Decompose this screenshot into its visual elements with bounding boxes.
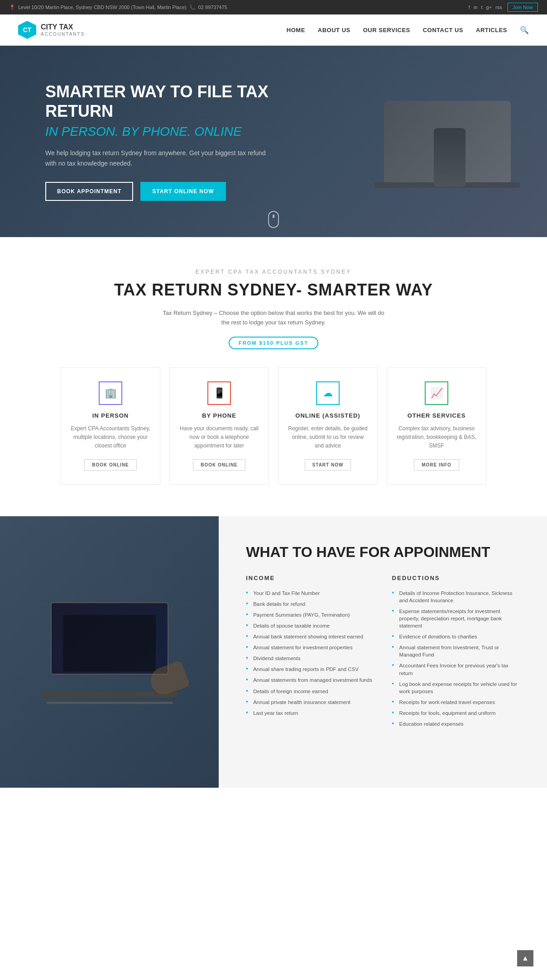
card-online-assisted: ☁ ONLINE (ASSISTED) Register, enter deta… xyxy=(278,367,378,485)
list-item: Last year tax return xyxy=(246,708,374,718)
in-person-book-button[interactable]: BOOK ONLINE xyxy=(84,459,137,471)
list-item: Details of spouse taxable income xyxy=(246,620,374,631)
hero-content: SMARTER WAY TO FILE TAX RETURN IN PERSON… xyxy=(45,82,272,201)
scroll-indicator xyxy=(268,211,279,228)
appointment-section: WHAT TO HAVE FOR APPOINMENT INCOME Your … xyxy=(0,516,547,788)
list-item: Payment Summaries (PAYG, Termination) xyxy=(246,609,374,620)
by-phone-book-button[interactable]: BOOK ONLINE xyxy=(193,459,245,471)
main-nav: HOME ABOUT US OUR SERVICES CONTACT US AR… xyxy=(287,26,529,34)
linkedin-icon[interactable]: in xyxy=(474,5,478,10)
hero-buttons: BOOK APPOINTMENT START ONLINE NOW xyxy=(45,182,272,201)
list-item: Education related expenses xyxy=(392,718,520,729)
hero-subheadline: IN PERSON. BY PHONE. ONLINE xyxy=(45,124,272,139)
list-item: Receipts for tools, equipment and unifor… xyxy=(392,708,520,718)
location-icon: 📍 xyxy=(9,5,15,10)
other-services-info-button[interactable]: MORE INFO xyxy=(414,459,459,471)
rss-icon[interactable]: rss xyxy=(495,5,502,10)
phone-image xyxy=(434,128,465,187)
top-bar-left: 📍 Level 10/20 Martin Place, Sydney CBD N… xyxy=(9,5,227,10)
phone-text: 02 89737475 xyxy=(198,5,227,10)
list-item: Annual bank statement showing interest e… xyxy=(246,631,374,642)
list-item: Annual statements from managed investmen… xyxy=(246,675,374,685)
other-services-desc: Complex tax advisory, business registrat… xyxy=(396,424,477,451)
deductions-list: Details of Income Protection Insurance, … xyxy=(392,588,520,729)
logo-text: CITY TAX ACCOUNTANTS xyxy=(41,23,85,37)
by-phone-title: BY PHONE xyxy=(202,412,236,419)
card-in-person: 🏢 IN PERSON Expert CPA Accountants Sydne… xyxy=(61,367,160,485)
section-subtitle: EXPERT CPA TAX ACCOUNTANTS SYDNEY xyxy=(18,269,529,275)
list-item: Bank details for refund xyxy=(246,599,374,609)
appointment-content: WHAT TO HAVE FOR APPOINMENT INCOME Your … xyxy=(219,516,547,788)
list-item: Annual private health insurance statemen… xyxy=(246,697,374,708)
brand-tagline: ACCOUNTANTS xyxy=(41,32,85,37)
list-item: Annual statement from Investment, Trust … xyxy=(392,642,520,660)
online-icon: ☁ xyxy=(316,381,340,405)
service-cards: 🏢 IN PERSON Expert CPA Accountants Sydne… xyxy=(18,367,529,485)
nav-home[interactable]: HOME xyxy=(287,27,305,33)
top-bar-right: f in t g+ rss Join Now xyxy=(469,3,538,12)
in-person-title: IN PERSON xyxy=(92,412,129,419)
list-item: Log book and expense receipts for vehicl… xyxy=(392,679,520,697)
laptop-screen-content xyxy=(63,615,156,671)
income-list: Your ID and Tax File Number Bank details… xyxy=(246,588,374,718)
checklist-columns: INCOME Your ID and Tax File Number Bank … xyxy=(246,575,520,729)
hero-section: SMARTER WAY TO FILE TAX RETURN IN PERSON… xyxy=(0,46,547,237)
by-phone-icon: 📱 xyxy=(207,381,231,405)
logo-icon: CT xyxy=(18,21,36,39)
laptop-bottom xyxy=(46,702,173,704)
online-start-button[interactable]: START NOW xyxy=(305,459,351,471)
hero-headline: SMARTER WAY TO FILE TAX RETURN xyxy=(45,82,272,121)
income-title: INCOME xyxy=(246,575,374,581)
hero-devices xyxy=(384,101,511,182)
appointment-image-inner xyxy=(0,516,219,788)
nav-services[interactable]: OUR SERVICES xyxy=(363,27,410,33)
list-item: Annual statement for investment properti… xyxy=(246,642,374,653)
other-services-icon: 📈 xyxy=(425,381,448,405)
facebook-icon[interactable]: f xyxy=(469,5,470,10)
by-phone-desc: Have your documents ready, call now or b… xyxy=(179,424,259,451)
phone-icon: 📞 xyxy=(189,5,196,10)
price-badge: FROM $150 PLUS GST xyxy=(229,337,318,349)
card-by-phone: 📱 BY PHONE Have your documents ready, ca… xyxy=(169,367,269,485)
search-icon[interactable]: 🔍 xyxy=(520,26,529,34)
tax-section: EXPERT CPA TAX ACCOUNTANTS SYDNEY TAX RE… xyxy=(0,237,547,516)
list-item: Evidence of donations to charities xyxy=(392,631,520,642)
list-item: Details of foreign income earned xyxy=(246,686,374,697)
laptop-illustration xyxy=(42,602,178,702)
deductions-column: DEDUCTIONS Details of Income Protection … xyxy=(392,575,520,729)
other-services-title: OTHER SERVICES xyxy=(408,412,466,419)
book-appointment-button[interactable]: BOOK APPOINTMENT xyxy=(45,182,133,201)
twitter-icon[interactable]: t xyxy=(481,5,482,10)
nav-about[interactable]: ABOUT US xyxy=(318,27,350,33)
nav-contact[interactable]: CONTACT US xyxy=(423,27,463,33)
list-item: Accountant Fees Invoice for previous yea… xyxy=(392,660,520,678)
logo: CT CITY TAX ACCOUNTANTS xyxy=(18,21,85,39)
online-title: ONLINE (ASSISTED) xyxy=(295,412,360,419)
appointment-title: WHAT TO HAVE FOR APPOINMENT xyxy=(246,543,520,561)
list-item: Annual share trading reports in PDF and … xyxy=(246,664,374,675)
list-item: Receipts for work-related travel expense… xyxy=(392,697,520,708)
card-other-services: 📈 OTHER SERVICES Complex tax advisory, b… xyxy=(387,367,486,485)
top-bar: 📍 Level 10/20 Martin Place, Sydney CBD N… xyxy=(0,0,547,14)
header: CT CITY TAX ACCOUNTANTS HOME ABOUT US OU… xyxy=(0,14,547,46)
hero-description: We help lodging tax return Sydney from a… xyxy=(45,148,272,168)
deductions-title: DEDUCTIONS xyxy=(392,575,520,581)
laptop-screen xyxy=(51,602,168,675)
list-item: Details of Income Protection Insurance, … xyxy=(392,588,520,606)
income-column: INCOME Your ID and Tax File Number Bank … xyxy=(246,575,374,729)
appointment-image xyxy=(0,516,219,788)
online-desc: Register, enter details, be guided onlin… xyxy=(288,424,368,451)
list-item: Dividend statements xyxy=(246,653,374,664)
start-online-button[interactable]: START ONLINE NOW xyxy=(140,182,226,201)
nav-articles[interactable]: ARTICLES xyxy=(476,27,507,33)
google-plus-icon[interactable]: g+ xyxy=(486,5,492,10)
in-person-icon: 🏢 xyxy=(99,381,122,405)
laptop-base xyxy=(42,692,178,697)
in-person-desc: Expert CPA Accountants Sydney, multiple … xyxy=(70,424,151,451)
brand-name: CITY TAX xyxy=(41,23,85,31)
address-text: Level 10/20 Martin Place, Sydney CBD NSW… xyxy=(18,5,187,10)
join-button[interactable]: Join Now xyxy=(508,3,538,12)
section-desc: Tax Return Sydney – Choose the option be… xyxy=(160,309,387,328)
list-item: Expense statements/receipts for investme… xyxy=(392,606,520,631)
list-item: Your ID and Tax File Number xyxy=(246,588,374,599)
